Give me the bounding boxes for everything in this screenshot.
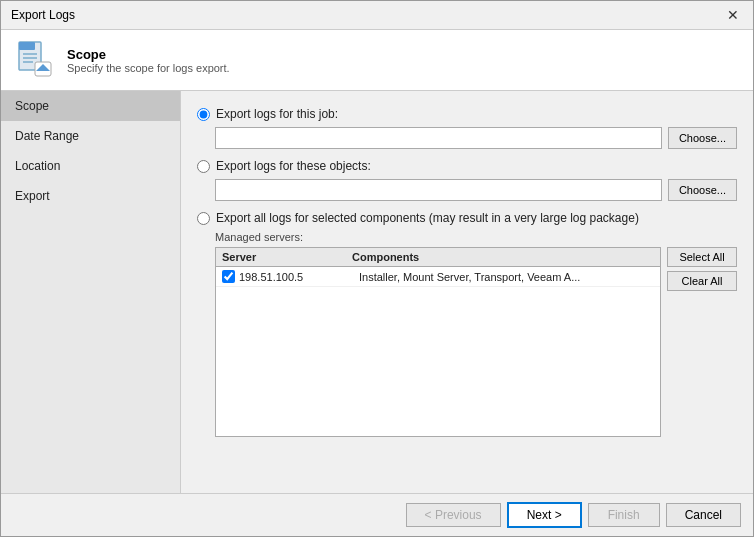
table-header: Server Components: [216, 248, 660, 267]
objects-input[interactable]: [215, 179, 662, 201]
radio-components-label[interactable]: Export all logs for selected components …: [216, 211, 639, 225]
radio-row-1: Export logs for this job:: [197, 107, 737, 121]
dialog-title: Export Logs: [11, 8, 75, 22]
radio-job-label[interactable]: Export logs for this job:: [216, 107, 338, 121]
header-text: Scope Specify the scope for logs export.: [67, 47, 230, 74]
scope-icon: [15, 40, 55, 80]
clear-all-button[interactable]: Clear All: [667, 271, 737, 291]
next-button[interactable]: Next >: [507, 502, 582, 528]
input-row-2: Choose...: [215, 179, 737, 201]
cancel-button[interactable]: Cancel: [666, 503, 741, 527]
row-checkbox[interactable]: [222, 270, 235, 283]
sidebar-item-export[interactable]: Export: [1, 181, 180, 211]
finish-button[interactable]: Finish: [588, 503, 660, 527]
header-subtitle: Specify the scope for logs export.: [67, 62, 230, 74]
radio-row-2: Export logs for these objects:: [197, 159, 737, 173]
previous-button[interactable]: < Previous: [406, 503, 501, 527]
radio-objects-label[interactable]: Export logs for these objects:: [216, 159, 371, 173]
export-logs-dialog: Export Logs ✕ Scope Specify the scope fo…: [0, 0, 754, 537]
radio-row-3: Export all logs for selected components …: [197, 211, 737, 225]
managed-servers-label: Managed servers:: [215, 231, 737, 243]
header-title: Scope: [67, 47, 230, 62]
input-row-1: Choose...: [215, 127, 737, 149]
main-content: Export logs for this job: Choose... Expo…: [181, 91, 753, 493]
components-section: Managed servers: Server Components 198.5…: [215, 231, 737, 437]
sidebar-item-scope[interactable]: Scope: [1, 91, 180, 121]
server-table[interactable]: Server Components 198.51.100.5 Installer…: [215, 247, 661, 437]
table-row[interactable]: 198.51.100.5 Installer, Mount Server, Tr…: [216, 267, 660, 287]
title-bar: Export Logs ✕: [1, 1, 753, 30]
row-server: 198.51.100.5: [239, 271, 359, 283]
sidebar-item-date-range[interactable]: Date Range: [1, 121, 180, 151]
choose-objects-button[interactable]: Choose...: [668, 179, 737, 201]
col-server-header: Server: [222, 251, 352, 263]
close-button[interactable]: ✕: [723, 7, 743, 23]
side-buttons: Select All Clear All: [667, 247, 737, 291]
radio-objects[interactable]: [197, 160, 210, 173]
radio-job[interactable]: [197, 108, 210, 121]
radio-components[interactable]: [197, 212, 210, 225]
header-section: Scope Specify the scope for logs export.: [1, 30, 753, 91]
col-components-header: Components: [352, 251, 654, 263]
job-input[interactable]: [215, 127, 662, 149]
svg-rect-1: [19, 42, 35, 50]
choose-job-button[interactable]: Choose...: [668, 127, 737, 149]
row-components: Installer, Mount Server, Transport, Veea…: [359, 271, 654, 283]
sidebar: Scope Date Range Location Export: [1, 91, 181, 493]
select-all-button[interactable]: Select All: [667, 247, 737, 267]
table-and-buttons: Server Components 198.51.100.5 Installer…: [215, 247, 737, 437]
content-area: Scope Date Range Location Export Export …: [1, 91, 753, 493]
footer: < Previous Next > Finish Cancel: [1, 493, 753, 536]
sidebar-item-location[interactable]: Location: [1, 151, 180, 181]
